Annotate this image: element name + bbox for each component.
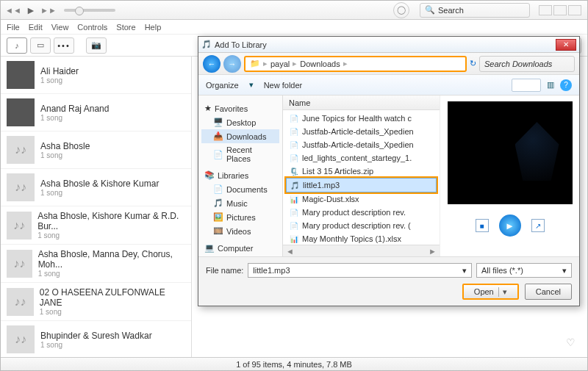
crumb-part[interactable]: Downloads (300, 60, 340, 68)
artist-sub: 1 song (40, 76, 79, 84)
artist-name: 02 O HASEENA ZULFONWALE JANE (40, 287, 185, 308)
help-icon[interactable]: ? (560, 79, 572, 91)
next-track-button[interactable]: ►► (42, 4, 55, 17)
refresh-icon[interactable]: ↻ (470, 59, 476, 68)
menu-store[interactable]: Store (116, 23, 135, 32)
menu-file[interactable]: File (7, 23, 20, 32)
file-row[interactable]: 📄Justfab-Article-details_Xpedien (286, 138, 437, 151)
filename-label: File name: (206, 266, 243, 275)
new-folder-button[interactable]: New folder (264, 81, 303, 90)
file-row[interactable]: 📄led_lights_content_startegy_1. (286, 151, 437, 165)
more-view-icon[interactable]: ••• (54, 37, 74, 54)
search-icon: 🔍 (425, 5, 435, 15)
artist-name: Asha Bhosle, Manna Dey, Chorus, Moh... (38, 249, 185, 270)
artist-thumb: ♪♪ (7, 212, 32, 239)
h-scrollbar[interactable]: ◄► (283, 245, 440, 256)
view-mode-button[interactable] (512, 79, 541, 92)
breadcrumb[interactable]: 📁 ▸ payal ▸ Downloads ▸ (244, 56, 467, 72)
max-button[interactable] (553, 5, 567, 15)
crumb-part[interactable]: payal (270, 60, 290, 68)
preview-image (448, 101, 573, 204)
menu-edit[interactable]: Edit (29, 23, 43, 32)
file-row[interactable]: 📊May Monthly Topics (1).xlsx (286, 232, 437, 245)
file-row[interactable]: 📄Mary product description rev. ( (286, 219, 437, 232)
artist-row[interactable]: Ali Haider1 song (1, 57, 191, 94)
music-view-icon[interactable]: ♪ (7, 37, 27, 54)
dialog-nav: ← → 📁 ▸ payal ▸ Downloads ▸ ↻ Search Dow… (198, 53, 579, 75)
artist-row[interactable]: ♪♪Asha Bhosle, Kishore Kumar & R.D. Bur.… (1, 206, 191, 245)
artist-row[interactable]: ♪♪Asha Bhosle & Kishore Kumar1 song (1, 169, 191, 206)
dialog-close-button[interactable]: ✕ (556, 39, 576, 51)
menu-controls[interactable]: Controls (77, 23, 107, 32)
device-icon[interactable]: 📷 (86, 37, 107, 54)
artist-thumb: ♪♪ (7, 250, 32, 278)
sidebar-favorites[interactable]: ★Favorites (201, 101, 279, 115)
preview-play-button[interactable]: ► (499, 215, 521, 237)
sidebar-documents[interactable]: 📄Documents (201, 182, 279, 196)
sidebar-pictures[interactable]: 🖼️Pictures (201, 210, 279, 224)
preview-pane-icon[interactable]: ▥ (547, 80, 554, 90)
dialog-title: Add To Library (215, 40, 267, 49)
dialog-toolbar: Organize▾ New folder ▥ ? (198, 75, 579, 96)
file-row[interactable]: 📄Justfab-Article-details_Xpedien (286, 125, 437, 138)
artist-name: Ali Haider (40, 66, 79, 76)
file-row[interactable]: 📄June Topics for Health watch c (286, 112, 437, 125)
artist-sub: 1 song (40, 341, 152, 349)
artist-row[interactable]: ♪♪Asha Bhosle, Manna Dey, Chorus, Moh...… (1, 245, 191, 283)
prev-track-button[interactable]: ◄◄ (7, 4, 20, 17)
menu-view[interactable]: View (51, 23, 69, 32)
artist-row[interactable]: ♪♪Asha Bhosle1 song (1, 132, 191, 169)
dialog-sidebar[interactable]: ★Favorites 🖥️Desktop 📥Downloads 📄Recent … (198, 96, 283, 256)
favorite-icon[interactable]: ♡ (566, 336, 576, 348)
dialog-search-input[interactable]: Search Downloads (479, 56, 575, 72)
file-name: little1.mp3 (303, 181, 340, 190)
artist-row[interactable]: Anand Raj Anand1 song (1, 94, 191, 132)
artist-row[interactable]: ♪♪Bhupinder & Suresh Wadkar1 song (1, 321, 191, 357)
open-button[interactable]: Open▾ (462, 284, 519, 300)
video-view-icon[interactable]: ▭ (30, 37, 51, 54)
sidebar-downloads[interactable]: 📥Downloads (201, 129, 279, 143)
search-input[interactable]: 🔍 Search (420, 3, 530, 18)
artist-name: Asha Bhosle & Kishore Kumar (40, 179, 159, 189)
organize-button[interactable]: Organize (206, 81, 239, 90)
column-header-name[interactable]: Name (283, 96, 440, 110)
file-list-panel: Name 📄June Topics for Health watch c📄Jus… (283, 96, 440, 256)
sidebar-music[interactable]: 🎵Music (201, 196, 279, 210)
account-button[interactable]: ◯ (393, 2, 409, 18)
artist-thumb: ♪♪ (7, 136, 35, 164)
sidebar-desktop[interactable]: 🖥️Desktop (201, 115, 279, 129)
preview-expand-button[interactable]: ↗ (531, 219, 545, 232)
sidebar-recent[interactable]: 📄Recent Places (201, 143, 279, 165)
file-name: Magic-Dust.xlsx (302, 195, 359, 203)
file-list[interactable]: 📄June Topics for Health watch c📄Justfab-… (283, 110, 440, 245)
menu-help[interactable]: Help (145, 23, 162, 32)
sidebar-videos[interactable]: 🎞️Videos (201, 224, 279, 238)
volume-slider[interactable] (64, 9, 115, 12)
preview-stop-button[interactable]: ■ (476, 219, 489, 232)
file-name: Justfab-Article-details_Xpedien (302, 127, 414, 136)
add-to-library-dialog: 🎵 Add To Library ✕ ← → 📁 ▸ payal ▸ Downl… (198, 36, 580, 306)
file-row[interactable]: 📄Mary product description rev. (286, 206, 437, 219)
filetype-filter[interactable]: All files (*.*)▾ (476, 263, 572, 278)
file-name: Justfab-Article-details_Xpedien (302, 140, 414, 149)
play-button[interactable]: ► (24, 4, 37, 17)
file-row[interactable]: 🎵little1.mp3 (286, 178, 437, 192)
artist-name: Bhupinder & Suresh Wadkar (40, 331, 152, 341)
status-bar: 1 of 95 items, 4 minutes, 7.8 MB (1, 357, 587, 370)
file-row[interactable]: 📊Magic-Dust.xlsx (286, 192, 437, 206)
filename-input[interactable]: little1.mp3▾ (248, 263, 472, 278)
nav-back-button[interactable]: ← (203, 55, 220, 73)
status-text: 1 of 95 items, 4 minutes, 7.8 MB (236, 360, 352, 369)
itunes-icon: 🎵 (201, 40, 212, 49)
preview-pane: ■ ► ↗ (440, 96, 579, 256)
artist-list[interactable]: Ali Haider1 songAnand Raj Anand1 song♪♪A… (1, 57, 192, 357)
file-row[interactable]: 🗜️List 3 15 Articles.zip (286, 165, 437, 178)
close-button[interactable] (568, 5, 581, 15)
nav-fwd-button[interactable]: → (223, 55, 241, 73)
cancel-button[interactable]: Cancel (525, 284, 572, 300)
artist-row[interactable]: ♪♪02 O HASEENA ZULFONWALE JANE1 song (1, 283, 191, 321)
sidebar-computer[interactable]: 💻Computer (201, 241, 279, 255)
file-name: led_lights_content_startegy_1. (302, 154, 412, 162)
min-button[interactable] (539, 5, 552, 15)
sidebar-libraries[interactable]: 📚Libraries (201, 168, 279, 182)
